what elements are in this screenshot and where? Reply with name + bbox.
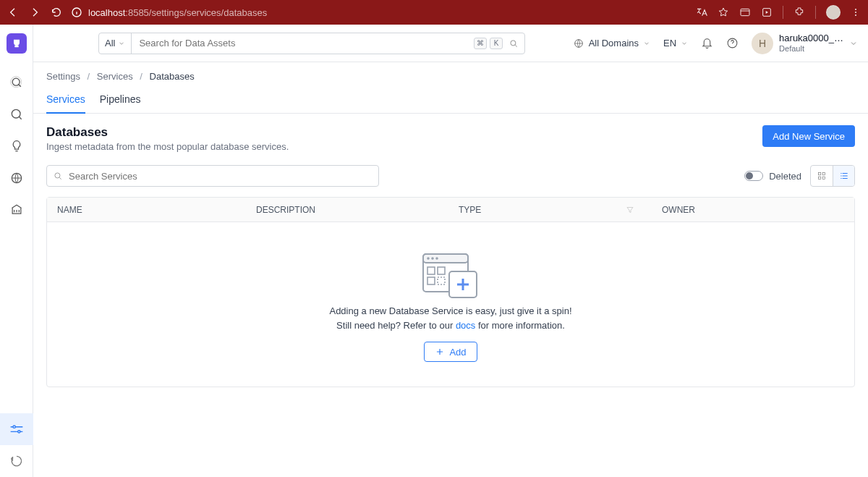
svg-point-4 [855,12,856,13]
user-name: haruka0000_… [779,33,843,44]
search-icon [53,171,63,181]
browser-chrome: localhost:8585/settings/services/databas… [0,0,868,25]
column-type: TYPE [448,205,652,215]
globe-icon [573,38,584,49]
breadcrumb: Settings / Services / Databases [33,62,868,82]
add-button[interactable]: Add [424,342,477,362]
app-logo[interactable] [7,33,27,54]
domain-picker[interactable]: All Domains [573,38,650,49]
svg-point-11 [17,431,20,433]
chevron-down-icon [643,40,650,47]
deleted-toggle-label: Deleted [769,171,801,182]
browser-reload-icon[interactable] [51,7,62,18]
rail-settings-icon[interactable] [0,413,33,445]
ext2-icon[interactable] [761,7,773,18]
view-list-button[interactable] [833,166,854,186]
svg-rect-21 [423,254,468,263]
rail-logout-icon[interactable] [0,445,33,477]
domain-picker-label: All Domains [589,38,639,48]
empty-help: Still need help? Refer to our docs for m… [336,320,565,331]
browser-forward-icon[interactable] [29,7,41,18]
search-shortcut-hint: ⌘ K [468,38,524,49]
svg-point-15 [55,173,60,178]
svg-rect-18 [818,177,821,180]
search-icon[interactable] [509,38,519,48]
search-scope-selector[interactable]: All [99,33,132,54]
svg-point-24 [435,257,438,260]
language-label: EN [663,38,676,48]
side-rail [0,25,33,477]
column-name: NAME [47,205,246,215]
crumb-settings[interactable]: Settings [46,71,80,82]
user-menu[interactable]: H haruka0000_… Default [752,33,858,54]
browser-profile-avatar[interactable] [826,5,841,20]
global-search-input[interactable] [132,33,468,54]
services-table: NAME DESCRIPTION TYPE OWNER [46,197,855,387]
browser-url-text: localhost:8585/settings/services/databas… [88,7,267,18]
svg-rect-17 [822,172,825,175]
svg-point-3 [855,9,856,10]
docs-link[interactable]: docs [456,320,475,331]
tab-pipelines[interactable]: Pipelines [100,93,141,114]
svg-point-10 [13,426,15,428]
column-owner: OWNER [652,205,854,215]
empty-state: Adding a new Database Service is easy, j… [47,222,854,387]
chevron-down-icon [118,40,125,47]
global-search: All ⌘ K [98,33,525,54]
star-icon[interactable] [718,7,729,18]
extensions-icon[interactable] [793,7,805,18]
svg-rect-16 [818,172,821,175]
search-scope-label: All [105,38,115,48]
crumb-services[interactable]: Services [97,71,133,82]
notifications-icon[interactable] [701,37,713,49]
chevron-down-icon [849,39,858,48]
crumb-databases: Databases [150,71,195,82]
chevron-down-icon [681,40,688,47]
tabs: Services Pipelines [33,82,868,114]
rail-insights-icon[interactable] [0,130,33,162]
kbd-cmd: ⌘ [474,38,487,49]
kbd-k: K [490,38,503,49]
help-icon[interactable] [726,37,739,49]
svg-rect-19 [822,177,825,180]
rail-observability-icon[interactable] [0,98,33,130]
svg-point-12 [511,40,516,45]
separator [815,6,816,19]
svg-point-5 [855,14,856,16]
separator [783,6,783,19]
add-new-service-button[interactable]: Add New Service [762,125,855,147]
rail-governance-icon[interactable] [0,194,33,226]
view-grid-button[interactable] [811,166,833,186]
svg-point-22 [427,257,430,260]
empty-message: Adding a new Database Service is easy, j… [329,305,571,316]
ext1-icon[interactable] [739,7,751,18]
browser-url-bar[interactable]: localhost:8585/settings/services/databas… [71,7,687,18]
filter-icon[interactable] [626,206,634,214]
deleted-toggle[interactable] [744,171,763,181]
service-search [46,165,379,187]
view-toggle [810,165,855,187]
user-team: Default [779,44,843,54]
browser-menu-icon[interactable] [851,7,861,17]
tab-services[interactable]: Services [46,93,85,114]
browser-back-icon[interactable] [7,7,19,18]
column-description: DESCRIPTION [246,205,448,215]
svg-point-23 [431,257,434,260]
svg-point-8 [12,109,20,118]
user-avatar: H [752,33,773,54]
rail-domains-icon[interactable] [0,162,33,194]
page-subtitle: Ingest metadata from the most popular da… [46,141,289,152]
info-icon [71,7,82,18]
service-search-input[interactable] [67,170,373,182]
empty-illustration-icon [419,250,482,302]
translate-icon[interactable] [696,7,707,18]
plus-icon [435,347,445,357]
page-title: Databases [46,125,289,140]
rail-explore-icon[interactable] [0,67,33,98]
topbar: All ⌘ K All Domains EN [33,25,868,62]
svg-rect-1 [741,9,749,15]
language-picker[interactable]: EN [663,38,688,48]
